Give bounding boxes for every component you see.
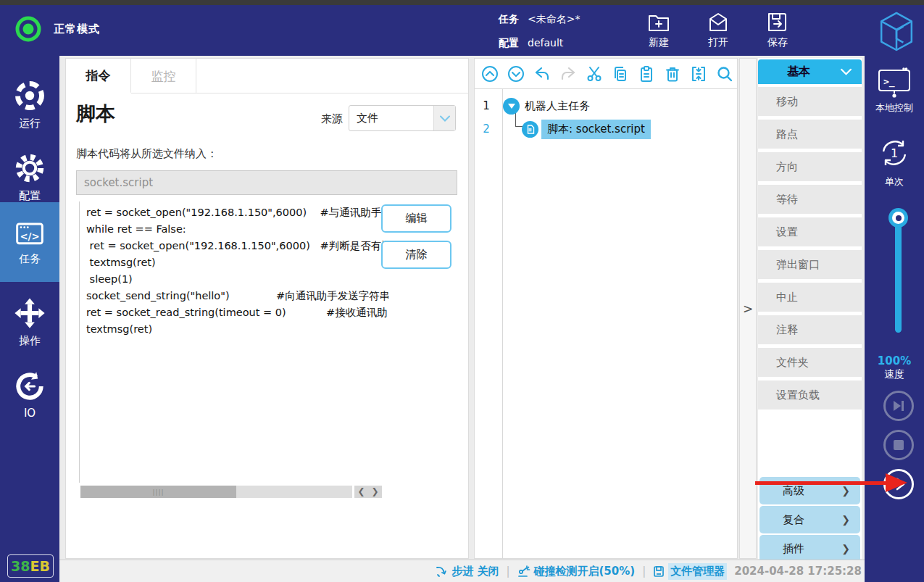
status-ring-icon bbox=[14, 15, 42, 43]
robot-mode-indicator: 正常模式 bbox=[14, 15, 100, 43]
palette-group-composite[interactable]: 复合 ❯ bbox=[759, 506, 860, 533]
sidebar-item-label: 任务 bbox=[19, 252, 41, 266]
sidebar-item-operate[interactable]: 操作 bbox=[0, 286, 59, 359]
source-label: 来源 bbox=[321, 112, 343, 126]
palette-item-payload[interactable]: 设置负载 bbox=[758, 381, 862, 410]
scroll-right-button[interactable]: ❯ bbox=[368, 486, 382, 498]
script-file-field[interactable]: socket.script bbox=[76, 170, 457, 195]
code-line: sleep(1) bbox=[86, 271, 457, 288]
delete-icon[interactable] bbox=[664, 65, 681, 83]
annotation-arrow-head bbox=[886, 473, 907, 492]
source-select-value: 文件 bbox=[349, 112, 433, 125]
palette-item-abort[interactable]: 中止 bbox=[758, 283, 862, 312]
move-up-icon[interactable] bbox=[481, 65, 499, 83]
task-label: 任务 bbox=[499, 13, 519, 26]
sidebar-item-task[interactable]: </> 任务 bbox=[0, 202, 59, 282]
save-task-button[interactable]: 保存 bbox=[761, 12, 794, 49]
chevron-right-icon: > bbox=[743, 302, 753, 316]
tree-node-label-selected[interactable]: 脚本: socket.script bbox=[541, 120, 651, 139]
palette-item-comment[interactable]: 注释 bbox=[758, 315, 862, 344]
speed-slider-thumb[interactable] bbox=[888, 208, 908, 228]
tab-instruction[interactable]: 指令 bbox=[66, 59, 131, 93]
copy-icon[interactable] bbox=[612, 65, 629, 83]
code-window-icon: </> bbox=[13, 218, 46, 247]
scrollbar-arrows: ❮ ❯ bbox=[354, 486, 382, 498]
search-icon[interactable] bbox=[716, 65, 733, 83]
sidebar-item-io[interactable]: IO bbox=[0, 359, 59, 431]
scroll-left-button[interactable]: ❮ bbox=[354, 486, 368, 498]
config-label: 配置 bbox=[499, 37, 519, 50]
speed-slider-track[interactable] bbox=[895, 217, 902, 333]
step-icon bbox=[436, 565, 448, 578]
merge-collapse-icon[interactable] bbox=[690, 65, 707, 83]
script-editor-panel: 指令 监控 脚本 来源 文件 脚本代码将从所选文件纳入： socket.scri… bbox=[65, 58, 469, 559]
single-run-button[interactable]: 1 bbox=[877, 136, 912, 172]
sidebar-item-label: 配置 bbox=[19, 189, 41, 203]
skip-next-icon bbox=[891, 399, 907, 413]
chevron-down-icon bbox=[841, 68, 852, 75]
source-select[interactable]: 文件 bbox=[349, 105, 456, 131]
page-title: 脚本 bbox=[76, 101, 115, 127]
status-code-badge: 38EB bbox=[7, 554, 54, 578]
undo-icon[interactable] bbox=[533, 65, 551, 83]
new-folder-icon bbox=[647, 12, 670, 33]
redo-icon[interactable] bbox=[559, 65, 577, 83]
palette-header-basic[interactable]: 基本 bbox=[758, 59, 862, 84]
palette-item-move[interactable]: 移动 bbox=[758, 87, 862, 116]
new-task-button[interactable]: 新建 bbox=[642, 12, 675, 49]
task-config-info: 任务 <未命名>* 配置 default bbox=[499, 13, 580, 61]
palette-item-set[interactable]: 设置 bbox=[758, 217, 862, 246]
open-task-button[interactable]: 打开 bbox=[702, 12, 735, 49]
step-forward-button[interactable] bbox=[883, 391, 914, 421]
palette-item-direction[interactable]: 方向 bbox=[758, 152, 862, 181]
stop-button[interactable] bbox=[883, 430, 914, 460]
edit-button[interactable]: 编辑 bbox=[381, 204, 451, 233]
cut-icon[interactable] bbox=[586, 65, 603, 83]
collision-icon bbox=[517, 565, 530, 578]
panel-expander[interactable]: > bbox=[739, 58, 757, 559]
status-bar: 步进 关闭 | 碰撞检测开启(50%) | 文件管理器 2024-04-28 1… bbox=[59, 560, 865, 582]
tree-row-main-task[interactable]: 1 机器人主任务 bbox=[475, 95, 590, 117]
topbar-actions: 新建 打开 保存 bbox=[642, 12, 794, 49]
expand-node-icon[interactable] bbox=[503, 98, 520, 115]
robot-teach-pendant-app: 正常模式 任务 <未命名>* 配置 default 新建 bbox=[0, 0, 924, 582]
script-node-icon[interactable] bbox=[522, 121, 538, 138]
clear-button[interactable]: 清除 bbox=[381, 241, 451, 269]
tree-node-label[interactable]: 机器人主任务 bbox=[525, 99, 590, 113]
step-mode-status[interactable]: 步进 关闭 bbox=[436, 565, 499, 578]
gutter-divider bbox=[502, 89, 503, 559]
local-control-label: 本地控制 bbox=[865, 101, 924, 115]
sidebar-item-label: IO bbox=[24, 407, 36, 420]
open-button-label: 打开 bbox=[708, 36, 728, 49]
scrollbar-thumb[interactable]: |||| bbox=[80, 486, 236, 498]
script-description: 脚本代码将从所选文件纳入： bbox=[76, 147, 217, 161]
palette-item-wait[interactable]: 等待 bbox=[758, 185, 862, 214]
palette-item-folder[interactable]: 文件夹 bbox=[758, 348, 862, 377]
clock-timestamp: 2024-04-28 17:25:28 bbox=[734, 565, 862, 578]
single-run-label: 单次 bbox=[865, 175, 924, 188]
tree-row-script[interactable]: 2 脚本: socket.script bbox=[475, 118, 651, 140]
status-separator: | bbox=[506, 565, 509, 578]
panel-tabs: 指令 监控 bbox=[66, 59, 468, 93]
code-line: ret = socket_read_string(timeout = 0) #接… bbox=[86, 304, 457, 321]
gear-icon bbox=[14, 152, 46, 184]
sidebar-item-run[interactable]: 运行 bbox=[0, 69, 59, 141]
palette-item-waypoint[interactable]: 路点 bbox=[758, 120, 862, 149]
collision-detection-status[interactable]: 碰撞检测开启(50%) bbox=[517, 565, 636, 578]
horizontal-scrollbar[interactable]: |||| bbox=[80, 486, 352, 498]
code-line: textmsg(ret) bbox=[86, 321, 457, 338]
tab-monitor[interactable]: 监控 bbox=[131, 59, 196, 93]
file-manager-button[interactable]: 文件管理器 bbox=[653, 563, 727, 580]
speed-label: 速度 bbox=[865, 368, 924, 381]
move-down-icon[interactable] bbox=[507, 65, 525, 83]
speed-value: 100% bbox=[865, 354, 924, 367]
palette-item-popup[interactable]: 弹出窗口 bbox=[758, 250, 862, 279]
sidebar-item-label: 操作 bbox=[19, 334, 41, 348]
svg-text:>_: >_ bbox=[883, 76, 895, 88]
run-control-sidebar: >_ 本地控制 1 单次 100% 速度 bbox=[865, 56, 924, 582]
open-envelope-icon bbox=[707, 12, 730, 33]
file-manager-icon bbox=[653, 565, 665, 578]
chevron-down-icon bbox=[433, 106, 455, 130]
paste-icon[interactable] bbox=[638, 65, 655, 83]
palette-group-plugin[interactable]: 插件 ❯ bbox=[759, 535, 860, 562]
